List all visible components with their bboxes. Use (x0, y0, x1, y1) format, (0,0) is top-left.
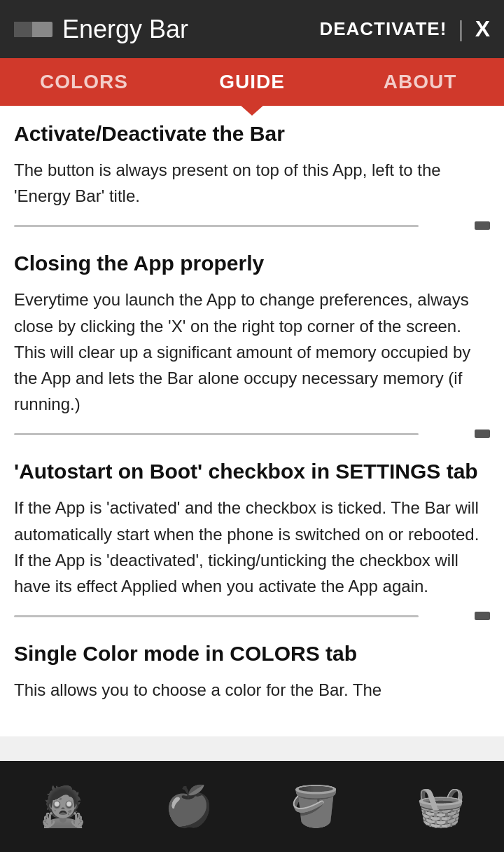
section-closing-body: Everytime you launch the App to change p… (14, 287, 490, 417)
bucket-icon: 🪣 (290, 783, 340, 830)
tab-about[interactable]: ABOUT (336, 58, 504, 106)
toggle-icon[interactable] (14, 22, 52, 37)
divider-line-2 (14, 433, 419, 435)
section-activate-title: Activate/Deactivate the Bar (14, 120, 490, 147)
bottom-nav: 🧟 🍎 🪣 🧺 (0, 761, 504, 852)
top-bar-actions: DEACTIVATE! | X (319, 16, 490, 42)
top-bar: Energy Bar DEACTIVATE! | X (0, 0, 504, 58)
section-single-color: Single Color mode in COLORS tab This all… (14, 640, 490, 703)
nav-tabs: COLORS GUIDE ABOUT (0, 58, 504, 106)
divider-1 (14, 221, 490, 230)
tab-guide[interactable]: GUIDE (168, 58, 336, 106)
bottom-nav-item-1[interactable]: 🧟 (7, 764, 119, 848)
guide-content: Activate/Deactivate the Bar The button i… (0, 106, 504, 736)
app-title: Energy Bar (62, 15, 188, 44)
section-autostart-body: If the App is 'activated' and the checkb… (14, 495, 490, 599)
apple-icon: 🍎 (164, 783, 214, 830)
divider-line-3 (14, 615, 419, 617)
section-single-color-body: This allows you to choose a color for th… (14, 677, 490, 703)
divider-3 (14, 612, 490, 620)
close-button[interactable]: X (475, 16, 490, 42)
bottom-nav-item-2[interactable]: 🍎 (133, 764, 245, 848)
basket-icon: 🧺 (416, 783, 465, 830)
divider-handle-2 (475, 430, 490, 438)
section-single-color-title: Single Color mode in COLORS tab (14, 640, 490, 667)
bottom-nav-item-3[interactable]: 🪣 (259, 764, 371, 848)
divider-handle (475, 221, 490, 230)
section-activate-body: The button is always present on top of t… (14, 157, 490, 209)
section-autostart: 'Autostart on Boot' checkbox in SETTINGS… (14, 458, 490, 599)
section-activate: Activate/Deactivate the Bar The button i… (14, 120, 490, 209)
divider-line (14, 225, 419, 227)
top-bar-divider: | (458, 16, 463, 42)
bottom-nav-item-4[interactable]: 🧺 (385, 764, 497, 848)
divider-2 (14, 430, 490, 438)
character-icon: 🧟 (38, 783, 88, 830)
divider-handle-3 (475, 612, 490, 620)
tab-colors[interactable]: COLORS (0, 58, 168, 106)
app-title-area: Energy Bar (14, 15, 188, 44)
section-closing-title: Closing the App properly (14, 249, 490, 277)
deactivate-button[interactable]: DEACTIVATE! (319, 18, 458, 40)
section-closing: Closing the App properly Everytime you l… (14, 249, 490, 417)
section-autostart-title: 'Autostart on Boot' checkbox in SETTINGS… (14, 458, 490, 485)
